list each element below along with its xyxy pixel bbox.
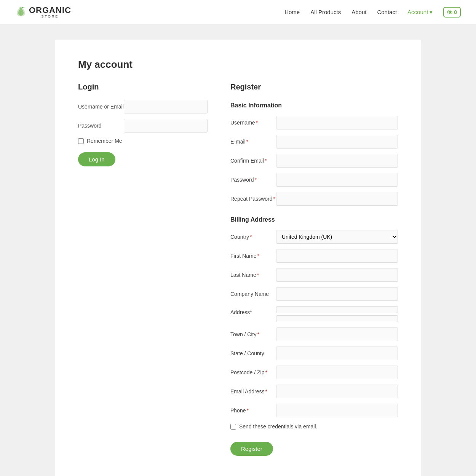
postcode-row: Postcode / Zip* <box>230 366 398 379</box>
reg-password-label: Password* <box>230 177 276 183</box>
reg-password-row: Password* <box>230 173 398 187</box>
nav-home[interactable]: Home <box>284 9 300 15</box>
reg-username-input[interactable] <box>276 116 398 129</box>
send-credentials-row: Send these credentials via email. <box>230 423 398 430</box>
reg-username-row: Username* <box>230 116 398 129</box>
login-section: Login Username or Email Password Remembe… <box>78 83 208 166</box>
country-select[interactable]: United Kingdom (UK) United States (US) A… <box>276 230 398 244</box>
last-name-label: Last Name* <box>230 272 276 278</box>
basic-info-title: Basic Information <box>230 102 398 109</box>
address-label: Address* <box>230 306 276 315</box>
last-name-row: Last Name* <box>230 268 398 282</box>
send-credentials-checkbox[interactable] <box>230 424 236 430</box>
address-line2-input[interactable] <box>276 315 398 322</box>
state-label: State / County <box>230 350 276 356</box>
reg-username-label: Username* <box>230 120 276 126</box>
page-card: My account Login Username or Email Passw… <box>55 40 421 476</box>
state-row: State / County <box>230 347 398 360</box>
country-label: Country* <box>230 234 276 240</box>
register-section: Register Basic Information Username* E-m… <box>230 83 398 456</box>
reg-confirm-email-row: Confirm Email* <box>230 154 398 168</box>
reg-repeat-password-input[interactable] <box>276 192 398 206</box>
logo[interactable]: ORGANIC STORE <box>15 6 71 18</box>
reg-confirm-email-label: Confirm Email* <box>230 158 276 164</box>
first-name-input[interactable] <box>276 249 398 263</box>
company-name-input[interactable] <box>276 287 398 301</box>
address-row: Address* <box>230 306 398 322</box>
page-title: My account <box>78 59 398 70</box>
billing-address-title: Billing Address <box>230 216 398 223</box>
cart-button[interactable]: 🛍 0 <box>443 7 461 18</box>
company-name-row: Company Name <box>230 287 398 301</box>
last-name-input[interactable] <box>276 268 398 282</box>
phone-row: Phone* <box>230 404 398 417</box>
town-label: Town / City* <box>230 331 276 337</box>
first-name-row: First Name* <box>230 249 398 263</box>
password-row: Password <box>78 119 208 133</box>
reg-confirm-email-input[interactable] <box>276 154 398 168</box>
company-name-label: Company Name <box>230 291 276 297</box>
login-title: Login <box>78 83 208 91</box>
logo-brand: ORGANIC <box>29 6 71 14</box>
email-address-label: Email Address* <box>230 388 276 395</box>
postcode-label: Postcode / Zip* <box>230 369 276 375</box>
address-inputs <box>276 306 398 322</box>
columns-layout: Login Username or Email Password Remembe… <box>78 83 398 456</box>
nav-about[interactable]: About <box>351 9 366 15</box>
state-input[interactable] <box>276 347 398 360</box>
logo-icon <box>15 6 27 18</box>
remember-row: Remember Me <box>78 138 208 144</box>
email-address-row: Email Address* <box>230 385 398 398</box>
reg-email-label: E-mail* <box>230 139 276 145</box>
reg-repeat-password-row: Repeat Password* <box>230 192 398 206</box>
main-content: My account Login Username or Email Passw… <box>0 24 476 476</box>
country-row: Country* United Kingdom (UK) United Stat… <box>230 230 398 244</box>
chevron-down-icon: ▾ <box>430 9 433 16</box>
phone-input[interactable] <box>276 404 398 417</box>
cart-icon: 🛍 <box>447 9 452 15</box>
login-button[interactable]: Log In <box>78 152 115 166</box>
nav-account[interactable]: Account ▾ <box>407 9 433 16</box>
register-button[interactable]: Register <box>230 442 273 456</box>
password-label: Password <box>78 123 124 129</box>
postcode-input[interactable] <box>276 366 398 379</box>
reg-password-input[interactable] <box>276 173 398 187</box>
username-label: Username or Email <box>78 104 124 110</box>
nav-contact[interactable]: Contact <box>377 9 397 15</box>
town-input[interactable] <box>276 327 398 341</box>
reg-email-row: E-mail* <box>230 135 398 149</box>
register-title: Register <box>230 83 398 91</box>
password-input[interactable] <box>124 119 208 133</box>
reg-email-input[interactable] <box>276 135 398 149</box>
town-row: Town / City* <box>230 327 398 341</box>
phone-label: Phone* <box>230 407 276 414</box>
remember-checkbox[interactable] <box>78 138 84 144</box>
remember-label: Remember Me <box>87 138 122 144</box>
username-input[interactable] <box>124 100 208 113</box>
username-row: Username or Email <box>78 100 208 113</box>
nav-all-products[interactable]: All Products <box>310 9 341 15</box>
first-name-label: First Name* <box>230 253 276 259</box>
main-nav: Home All Products About Contact Account … <box>284 7 461 18</box>
site-header: ORGANIC STORE Home All Products About Co… <box>0 0 476 24</box>
email-address-input[interactable] <box>276 385 398 398</box>
send-credentials-label: Send these credentials via email. <box>239 423 317 430</box>
address-line1-input[interactable] <box>276 306 398 313</box>
logo-subtitle: STORE <box>29 14 71 18</box>
reg-repeat-password-label: Repeat Password* <box>230 196 276 202</box>
